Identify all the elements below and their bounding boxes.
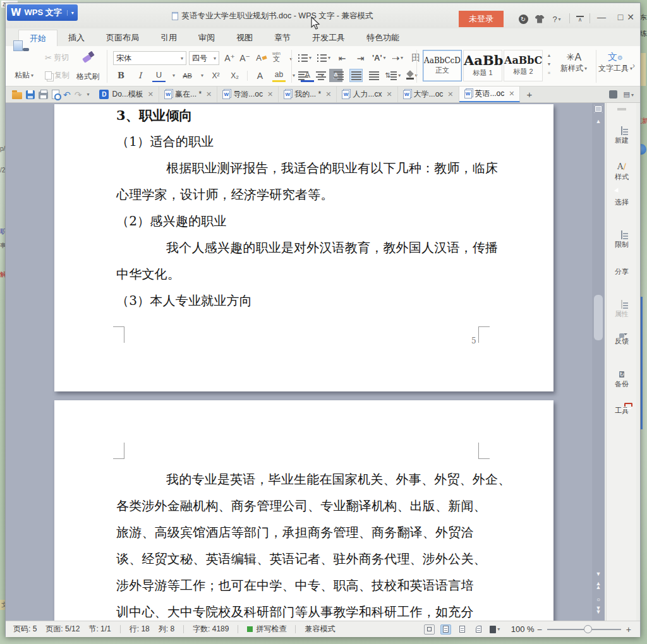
numbered-list-button[interactable]: ▾ (317, 51, 330, 64)
previous-page-icon[interactable]: ▲▲ (592, 581, 605, 589)
format-painter-icon[interactable] (83, 51, 94, 63)
increase-indent-button[interactable]: ⇥ (354, 51, 367, 64)
select-browse-object-icon[interactable]: ○ (592, 596, 605, 603)
spell-check[interactable]: 拼写检查 (247, 624, 286, 635)
sidebar-item-feedback[interactable]: 反馈 (607, 335, 637, 346)
next-page-icon[interactable]: ▼▼ (592, 606, 605, 614)
doc-tab[interactable]: W大学...oc✕ (398, 86, 459, 102)
text-tools-button[interactable]: 文⚙ 文字工具▾ (598, 51, 632, 74)
doc-line[interactable]: （1）适合的职业 (116, 133, 214, 150)
tab-special-features[interactable]: 特色功能 (356, 30, 410, 46)
new-style-button[interactable]: ✳A 新样式▾ (560, 51, 587, 74)
sidebar-item-new[interactable]: 新建 (607, 127, 637, 145)
distribute-button[interactable] (367, 69, 380, 82)
superscript-button[interactable]: X² (209, 69, 222, 82)
doc-line[interactable]: 谈、经贸文秘、英语编辑、英语记者、驻外商务代理、涉外公关、 (116, 551, 487, 568)
doc-line[interactable]: 我的专业是英语，毕业生能在国家机关、外事、外贸、外企、 (166, 471, 511, 488)
help-button[interactable]: ?▾ (548, 13, 565, 25)
view-fullscreen-icon[interactable] (424, 624, 435, 635)
doc-line[interactable]: 各类涉外金融机构、商务管理公司、专业翻译机构、出版、新闻、 (116, 498, 487, 515)
sidebar-item-share[interactable]: 分享 (607, 266, 637, 277)
paragraph-layout-button[interactable]: ⇢▾ (391, 51, 404, 64)
style-normal[interactable]: AaBbCcD 正文 (423, 50, 462, 81)
tab-section[interactable]: 章节 (263, 30, 301, 46)
copy-button[interactable]: 复制 (45, 70, 70, 81)
close-icon[interactable]: ✕ (386, 90, 392, 98)
close-icon[interactable]: ✕ (267, 90, 273, 98)
char-scale-button[interactable]: 'A'▾ (372, 51, 386, 64)
close-icon[interactable]: ✕ (509, 90, 514, 98)
zoom-in-button[interactable]: + (626, 624, 631, 635)
collapse-ribbon-icon[interactable]: ∧ (573, 13, 587, 25)
view-tools-icon[interactable]: ▾ (490, 624, 500, 635)
cut-button[interactable]: ✂剪切 (45, 52, 69, 63)
save-icon[interactable] (26, 90, 35, 99)
scroll-down-icon[interactable]: ▼ (592, 571, 605, 577)
vertical-scrollbar[interactable]: ▲ ▼ ▲▲ ○ ▼▼ (592, 103, 605, 621)
close-icon[interactable]: ✕ (447, 90, 453, 98)
ribbon-expand-icon[interactable]: › (632, 61, 635, 70)
decrease-indent-button[interactable]: ⇤ (336, 51, 349, 64)
tab-developer[interactable]: 开发工具 (301, 30, 356, 46)
tab-history-icon[interactable] (609, 90, 617, 98)
style-heading2[interactable]: AaBbC 标题 2 (504, 50, 543, 81)
doc-line[interactable]: 3、职业倾向 (116, 107, 193, 124)
italic-button[interactable]: I (133, 69, 147, 82)
wps-app-button[interactable]: W WPS 文字 ▾ (7, 4, 78, 21)
doc-line[interactable]: 根据职业测评报告，我适合的职业有以下几种：教师，临床 (166, 160, 498, 177)
sidebar-item-restrict[interactable]: 限制 (607, 231, 637, 249)
font-size-select[interactable]: 四号▾ (189, 51, 219, 65)
grow-font-button[interactable]: A⁺ (223, 51, 236, 64)
scrollbar-thumb[interactable] (594, 295, 603, 340)
print-icon[interactable] (39, 92, 48, 99)
doc-tab-active[interactable]: W英语...oc✕ (459, 86, 521, 102)
clear-format-button[interactable]: A (255, 51, 268, 64)
subscript-button[interactable]: X₂ (228, 69, 241, 82)
tab-page-layout[interactable]: 页面布局 (95, 30, 150, 46)
line-spacing-button[interactable]: ⇅▾ (385, 69, 401, 82)
print-preview-icon[interactable] (52, 90, 59, 99)
new-tab-button[interactable]: + (520, 86, 538, 102)
style-heading1[interactable]: AaBb 标题 1 (463, 50, 502, 81)
doc-line[interactable]: 中华文化。 (116, 266, 180, 283)
sidebar-item-backup[interactable]: ↻备份 (607, 370, 637, 389)
page-1[interactable]: 3、职业倾向 （1）适合的职业 根据职业测评报告，我适合的职业有以下几种：教师，… (54, 104, 553, 391)
doc-line[interactable]: （2）感兴趣的职业 (116, 213, 227, 230)
view-outline-icon[interactable] (457, 624, 468, 635)
doc-line[interactable]: （3）本人专业就业方向 (116, 292, 252, 309)
undo-icon[interactable]: ↶ (63, 90, 71, 100)
redo-icon[interactable]: ↷ (75, 90, 82, 100)
doc-line[interactable]: 心理学家，设计师，经济学研究者等。 (116, 186, 333, 203)
view-page-icon[interactable] (440, 624, 451, 635)
underline-button[interactable]: U (152, 69, 166, 82)
sync-icon[interactable]: ↻ (516, 13, 530, 25)
pinyin-guide-button[interactable]: wén文 (270, 50, 283, 63)
view-web-icon[interactable] (473, 624, 484, 635)
justify-button[interactable] (349, 69, 363, 82)
bold-button[interactable]: B (114, 69, 128, 82)
doc-tab[interactable]: W赢在... *✕ (159, 86, 217, 102)
skin-icon[interactable] (533, 13, 547, 25)
reading-layout-icon[interactable] (594, 105, 603, 113)
tab-view[interactable]: 视图 (226, 30, 263, 46)
zoom-out-button[interactable]: − (537, 624, 542, 635)
sidebar-item-properties[interactable]: 属性 (607, 301, 637, 319)
paste-button[interactable]: 粘贴▾ (15, 70, 33, 81)
format-painter-button[interactable]: 格式刷 (76, 70, 99, 82)
doc-line[interactable]: 旅游、高级宾馆酒店等部门，承担商务管理、商务翻译、外贸洽 (116, 524, 474, 541)
close-button[interactable]: ✕ (621, 9, 640, 25)
zoom-slider-handle[interactable] (584, 625, 592, 633)
document-area[interactable]: 3、职业倾向 （1）适合的职业 根据职业测评报告，我适合的职业有以下几种：教师，… (6, 103, 605, 621)
style-gallery-scroll[interactable]: ▲▼= (545, 51, 553, 78)
bullet-list-button[interactable]: ▾ (298, 51, 311, 64)
align-center-button[interactable] (314, 69, 327, 82)
close-icon[interactable]: ✕ (148, 90, 154, 98)
highlight-color-button[interactable]: ab (272, 69, 286, 82)
doc-line[interactable]: 训中心、大中专院校及科研部门等从事教学和科研工作，如充分 (116, 604, 474, 621)
page-2[interactable]: 我的专业是英语，毕业生能在国家机关、外事、外贸、外企、 各类涉外金融机构、商务管… (54, 400, 553, 621)
chevron-down-icon[interactable]: ▾ (284, 52, 297, 66)
login-button[interactable]: 未登录 (459, 11, 504, 27)
tab-list-icon[interactable]: ▤▾ (624, 90, 634, 98)
align-left-button[interactable] (296, 69, 310, 82)
sidebar-item-select[interactable]: 选择 (607, 196, 637, 207)
